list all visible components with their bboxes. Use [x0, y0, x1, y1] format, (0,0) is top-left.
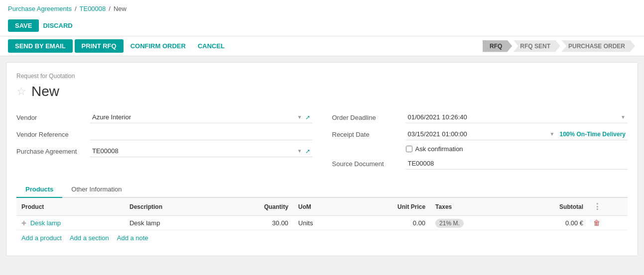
row-description: Desk lamp: [125, 216, 218, 230]
breadcrumb-new: New: [114, 5, 127, 12]
vendor-label: Vendor: [16, 114, 86, 121]
source-document-label: Source Document: [332, 160, 402, 168]
ask-confirmation-checkbox-row: Ask confirmation: [406, 145, 463, 153]
pipeline: RFQ RFQ SENT PURCHASE ORDER: [483, 40, 636, 52]
ask-confirmation-row: Ask confirmation: [332, 145, 628, 153]
order-deadline-dropdown-icon[interactable]: ▼: [621, 114, 626, 120]
purchase-agreement-label: Purchase Agreement: [16, 148, 86, 155]
receipt-date-row: Receipt Date ▼ 100% On-Time Delivery: [332, 128, 628, 140]
delete-row-icon[interactable]: 🗑: [593, 219, 600, 227]
col-header-quantity: Quantity: [218, 198, 293, 216]
source-document-field[interactable]: [406, 158, 628, 170]
col-header-description: Description: [125, 198, 218, 216]
ask-confirmation-checkbox[interactable]: [406, 146, 412, 152]
record-title: New: [31, 84, 59, 99]
favorite-star-icon[interactable]: ☆: [16, 85, 26, 98]
purchase-agreement-dropdown-icon[interactable]: ▼: [297, 148, 302, 154]
receipt-date-label: Receipt Date: [332, 131, 402, 138]
add-row-links: Add a product Add a section Add a note: [16, 230, 628, 246]
breadcrumb-te00008[interactable]: TE00008: [80, 5, 106, 12]
table-more-icon[interactable]: ⋮: [593, 202, 601, 211]
send-by-email-button[interactable]: SEND BY EMAIL: [8, 39, 73, 53]
col-header-subtotal: Subtotal: [514, 198, 588, 216]
purchase-agreement-external-link-icon[interactable]: ➚: [305, 148, 310, 155]
tabs: Products Other Information: [16, 182, 628, 198]
row-unit-price: 0.00: [348, 216, 431, 230]
purchase-agreement-input[interactable]: [92, 147, 295, 155]
tax-badge: 21% M.: [435, 219, 464, 228]
source-document-row: Source Document: [332, 158, 628, 170]
form-right-col: Order Deadline ▼ Receipt Date ▼ 100% On-…: [332, 111, 628, 170]
breadcrumb-sep-1: /: [75, 5, 77, 12]
record-title-area: ☆ New: [16, 84, 628, 99]
col-header-product: Product: [16, 198, 125, 216]
receipt-date-input[interactable]: [408, 130, 548, 138]
pipeline-step-rfq[interactable]: RFQ: [483, 40, 512, 52]
breadcrumb-sep-2: /: [109, 5, 111, 12]
row-delete: 🗑: [588, 216, 628, 230]
order-deadline-label: Order Deadline: [332, 114, 402, 121]
tab-products[interactable]: Products: [16, 182, 62, 198]
row-product: ✚ Desk lamp: [16, 216, 125, 230]
section-title: Request for Quotation: [16, 73, 628, 80]
toolbar: SAVE DISCARD: [0, 15, 644, 36]
product-table: Product Description Quantity UoM Unit Pr…: [16, 198, 628, 230]
order-deadline-input[interactable]: [408, 113, 619, 121]
vendor-reference-field[interactable]: [90, 128, 312, 140]
vendor-reference-input[interactable]: [92, 130, 310, 138]
action-bar: SEND BY EMAIL PRINT RFQ CONFIRM ORDER CA…: [0, 36, 644, 56]
add-section-link[interactable]: Add a section: [70, 234, 109, 242]
row-subtotal: 0.00 €: [514, 216, 588, 230]
source-document-input[interactable]: [408, 160, 626, 167]
breadcrumb-purchase-agreements[interactable]: Purchase Agreements: [8, 5, 72, 12]
drag-handle-icon[interactable]: ✚: [21, 220, 26, 227]
add-note-link[interactable]: Add a note: [117, 234, 148, 242]
row-quantity: 30.00: [218, 216, 293, 230]
receipt-date-field[interactable]: ▼ 100% On-Time Delivery: [406, 128, 628, 140]
cancel-button[interactable]: CANCEL: [193, 39, 230, 53]
receipt-date-dropdown-icon[interactable]: ▼: [550, 131, 555, 137]
row-taxes: 21% M.: [430, 216, 514, 230]
row-uom: Units: [293, 216, 348, 230]
purchase-agreement-field[interactable]: ▼ ➚: [90, 145, 312, 157]
confirm-order-button[interactable]: CONFIRM ORDER: [126, 39, 191, 53]
vendor-field[interactable]: ▼ ➚: [90, 111, 312, 123]
vendor-reference-row: Vendor Reference: [16, 128, 312, 140]
add-product-link[interactable]: Add a product: [21, 234, 62, 242]
pipeline-step-purchase-order[interactable]: PURCHASE ORDER: [561, 40, 635, 52]
main-content: Request for Quotation ☆ New Vendor ▼ ➚ V…: [6, 62, 638, 256]
table-header: Product Description Quantity UoM Unit Pr…: [16, 198, 628, 216]
vendor-row: Vendor ▼ ➚: [16, 111, 312, 123]
col-header-uom: UoM: [293, 198, 348, 216]
tab-other-information[interactable]: Other Information: [62, 182, 130, 198]
col-header-unit-price: Unit Price: [348, 198, 431, 216]
form-grid: Vendor ▼ ➚ Vendor Reference Purchase Agr…: [16, 111, 628, 170]
vendor-dropdown-icon[interactable]: ▼: [297, 114, 302, 120]
order-deadline-field[interactable]: ▼: [406, 111, 628, 123]
table-row: ✚ Desk lamp Desk lamp 30.00 Units 0.00 2…: [16, 216, 628, 230]
table-body: ✚ Desk lamp Desk lamp 30.00 Units 0.00 2…: [16, 216, 628, 230]
vendor-external-link-icon[interactable]: ➚: [305, 114, 310, 121]
on-time-delivery-badge: 100% On-Time Delivery: [559, 131, 626, 138]
ask-confirmation-label: Ask confirmation: [415, 145, 463, 153]
order-deadline-row: Order Deadline ▼: [332, 111, 628, 123]
vendor-input[interactable]: [92, 113, 295, 121]
col-header-actions: ⋮: [588, 198, 628, 216]
product-name[interactable]: Desk lamp: [30, 219, 61, 227]
col-header-taxes: Taxes: [430, 198, 514, 216]
discard-button[interactable]: DISCARD: [43, 22, 72, 29]
vendor-reference-label: Vendor Reference: [16, 131, 86, 138]
print-rfq-button[interactable]: PRINT RFQ: [75, 39, 124, 53]
purchase-agreement-row: Purchase Agreement ▼ ➚: [16, 145, 312, 157]
save-button[interactable]: SAVE: [8, 19, 39, 32]
form-left-col: Vendor ▼ ➚ Vendor Reference Purchase Agr…: [16, 111, 312, 170]
breadcrumb: Purchase Agreements / TE00008 / New: [0, 0, 644, 15]
pipeline-step-rfq-sent[interactable]: RFQ SENT: [513, 40, 560, 52]
